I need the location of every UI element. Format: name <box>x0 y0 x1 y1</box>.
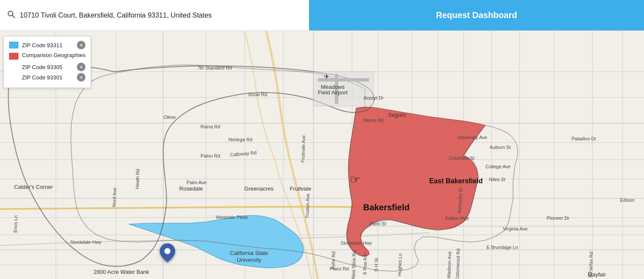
svg-text:✈: ✈ <box>324 73 329 80</box>
request-dashboard-button[interactable]: Request Dashboard <box>309 0 644 30</box>
location-pin <box>160 243 175 266</box>
legend-zip-93305-label: ZIP Code 93305 <box>22 64 73 70</box>
svg-text:Stockdale Hwy: Stockdale Hwy <box>70 240 102 245</box>
legend-close-93305[interactable]: × <box>77 63 85 71</box>
svg-text:East Bakersfield: East Bakersfield <box>429 177 483 185</box>
svg-text:S Roa Rd: S Roa Rd <box>362 255 368 275</box>
svg-text:University Ave: University Ave <box>457 135 487 140</box>
map-container[interactable]: 7th Standard Rd Snow Rd Norris Rd Raina … <box>0 31 644 279</box>
svg-text:Seguro: Seguro <box>388 112 406 118</box>
svg-text:Norris Rd: Norris Rd <box>364 118 383 123</box>
svg-text:Truxtun Ave: Truxtun Ave <box>304 194 310 218</box>
legend-sub-item-93301: ZIP Code 93301 × <box>22 73 85 82</box>
svg-text:Columbia St: Columbia St <box>449 155 474 161</box>
legend-close-93301[interactable]: × <box>77 73 85 82</box>
svg-text:2800 Acre Water Bank: 2800 Acre Water Bank <box>94 269 149 275</box>
svg-text:Palm Ave: Palm Ave <box>187 180 207 185</box>
svg-text:Madison Ave: Madison Ave <box>446 251 452 278</box>
svg-text:Auburn St: Auburn St <box>490 145 511 150</box>
svg-text:Stockdale Hwy: Stockdale Hwy <box>341 240 372 246</box>
search-icon <box>7 10 15 21</box>
legend-comparison-header-row: Comparison Geographies <box>9 52 85 60</box>
svg-text:Raina Rd: Raina Rd <box>200 124 220 129</box>
svg-text:Niles St: Niles St <box>489 177 505 182</box>
svg-text:Nord Ave: Nord Ave <box>111 188 117 207</box>
svg-text:Fruitvale: Fruitvale <box>290 185 311 192</box>
svg-text:Kentucky St: Kentucky St <box>457 188 463 213</box>
search-input[interactable] <box>20 12 302 19</box>
svg-text:Virginia Ave: Virginia Ave <box>503 226 528 231</box>
legend-swatch-red <box>9 53 18 60</box>
svg-text:Calder's Corner: Calder's Corner <box>14 184 53 190</box>
svg-line-1 <box>12 15 15 18</box>
svg-text:California State: California State <box>230 250 268 256</box>
legend-comparison-label: Comparison Geographies <box>22 52 85 58</box>
svg-text:Pioneer Dr: Pioneer Dr <box>547 215 570 221</box>
svg-text:Westside Pkwy: Westside Pkwy <box>216 215 248 220</box>
svg-text:Field Airport: Field Airport <box>318 89 348 96</box>
legend-zip-primary-label: ZIP Code 93311 <box>22 42 73 49</box>
legend: ZIP Code 93311 × Comparison Geographies … <box>3 36 91 88</box>
svg-point-89 <box>164 248 170 254</box>
svg-text:Airport Dr: Airport Dr <box>363 95 383 100</box>
svg-text:7th Standard Rd: 7th Standard Rd <box>197 65 232 70</box>
header: Request Dashboard <box>0 0 644 31</box>
svg-text:Heath Rd: Heath Rd <box>134 169 140 189</box>
svg-text:Palon Rd: Palon Rd <box>200 153 220 158</box>
svg-text:College Ave: College Ave <box>486 164 511 169</box>
search-bar <box>0 0 309 30</box>
svg-text:Rosedale: Rosedale <box>179 185 203 192</box>
svg-text:Edisor Hwy: Edisor Hwy <box>445 215 469 221</box>
legend-zip-93301-label: ZIP Code 93301 <box>22 74 73 81</box>
svg-text:Hughes Ln: Hughes Ln <box>397 253 403 276</box>
legend-sub-item-93305: ZIP Code 93305 × <box>22 63 85 71</box>
svg-text:E Brundage Ln: E Brundage Ln <box>486 245 518 250</box>
svg-text:Enos Ln: Enos Ln <box>12 215 18 233</box>
legend-close-primary[interactable]: × <box>77 41 85 49</box>
svg-text:University: University <box>237 257 261 263</box>
svg-text:Greenacres: Greenacres <box>244 185 273 192</box>
svg-text:Palm St: Palm St <box>370 221 386 226</box>
svg-text:Fruitvale Ave: Fruitvale Ave <box>300 135 306 163</box>
legend-swatch-blue <box>9 42 18 49</box>
svg-text:Bakersfield: Bakersfield <box>363 203 410 212</box>
svg-text:Mayfair: Mayfair <box>588 271 606 278</box>
svg-text:Noriega Rd: Noriega Rd <box>228 137 252 142</box>
svg-text:Snow Rd: Snow Rd <box>248 92 267 97</box>
svg-text:Oilme: Oilme <box>164 115 176 120</box>
svg-text:Ashe Rd: Ashe Rd <box>330 252 336 270</box>
legend-zip-primary: ZIP Code 93311 × <box>9 41 85 49</box>
svg-text:New Stine Rd: New Stine Rd <box>351 250 357 279</box>
svg-text:Paladino Dr: Paladino Dr <box>571 136 596 141</box>
svg-text:S H St: S H St <box>373 258 379 272</box>
svg-text:Cottonwood Rd: Cottonwood Rd <box>455 249 461 279</box>
svg-text:Edison: Edison <box>620 197 635 203</box>
